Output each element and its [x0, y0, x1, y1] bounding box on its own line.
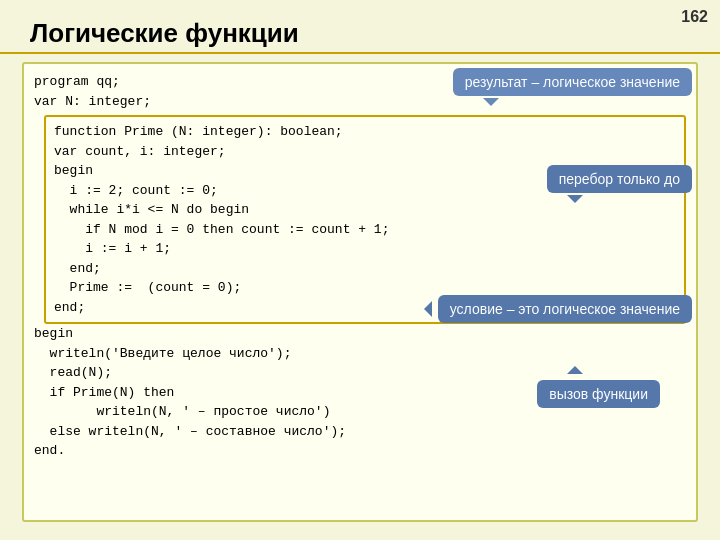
page-title: Логические функции: [30, 18, 299, 49]
page-number: 162: [681, 8, 708, 26]
title-underline: [0, 52, 720, 54]
outer-code-box: program qq; var N: integer; function Pri…: [22, 62, 698, 522]
callout-perebor: перебор только до: [547, 165, 692, 193]
callout-vyzov: вызов функции: [537, 380, 660, 408]
inner-code: function Prime (N: integer): boolean; va…: [54, 122, 676, 317]
callout-result: результат – логическое значение: [453, 68, 692, 96]
inner-code-box: function Prime (N: integer): boolean; va…: [44, 115, 686, 324]
callout-uslovie: условие – это логическое значение: [438, 295, 692, 323]
